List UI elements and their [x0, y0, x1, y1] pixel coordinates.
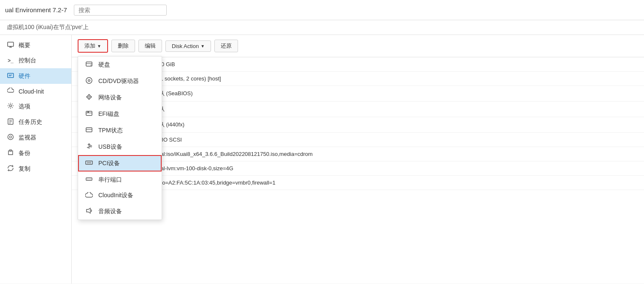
cloudinit-device-icon: [85, 192, 93, 199]
dropdown-label-tpm: TPM状态: [98, 127, 123, 134]
svg-rect-0: [8, 42, 14, 46]
svg-rect-23: [87, 112, 89, 113]
svg-point-30: [87, 147, 88, 148]
sidebar-label-monitor: 监视器: [19, 134, 36, 142]
sidebar-item-backup[interactable]: 备份: [0, 145, 71, 161]
svg-point-39: [90, 179, 91, 180]
sidebar-item-replication[interactable]: 复制: [0, 161, 71, 177]
dropdown-item-serial[interactable]: 串行端口: [78, 171, 162, 188]
content-area: 添加 ▼ 删除 编辑 Disk Action ▼ 还原 4.00 GiB: [72, 35, 644, 284]
dropdown-item-harddisk[interactable]: 硬盘: [78, 56, 162, 73]
dropdown-label-audio: 音频设备: [98, 208, 122, 215]
serial-icon: [85, 175, 93, 184]
svg-rect-33: [87, 162, 88, 164]
sidebar-label-replication: 复制: [19, 165, 30, 173]
svg-rect-24: [86, 128, 92, 132]
dropdown-label-efi: EFI磁盘: [98, 110, 119, 118]
dropdown-label-serial: 串行端口: [98, 176, 122, 184]
sidebar-item-overview[interactable]: 概要: [0, 38, 71, 53]
dropdown-label-pci: PCI设备: [98, 160, 120, 167]
sidebar-item-options[interactable]: 选项: [0, 99, 71, 114]
options-icon: [7, 102, 14, 110]
dropdown-label-cdrom: CD/DVD驱动器: [98, 78, 139, 85]
sidebar-item-cloudinit[interactable]: Cloud-Init: [0, 84, 71, 99]
svg-point-6: [10, 105, 12, 107]
sidebar-label-hardware: 硬件: [19, 72, 30, 80]
dropdown-item-cdrom[interactable]: CD/DVD驱动器: [78, 73, 162, 89]
search-input[interactable]: [74, 5, 167, 16]
dropdown-label-usb: USB设备: [98, 143, 122, 151]
add-dropdown-menu: 硬盘 CD/DVD驱动器 网络设备 EFI磁盘: [78, 56, 162, 220]
cloudinit-sidebar-icon: [7, 88, 14, 95]
pci-icon: [85, 159, 93, 168]
console-icon: >_: [7, 58, 14, 64]
sidebar-label-backup: 备份: [19, 150, 30, 157]
svg-marker-40: [87, 208, 90, 213]
edit-button[interactable]: 编辑: [138, 40, 162, 52]
svg-rect-34: [89, 162, 89, 164]
svg-point-18: [89, 80, 89, 81]
svg-rect-3: [8, 73, 14, 78]
top-bar: ual Environment 7.2-7: [0, 0, 644, 20]
sidebar-label-overview: 概要: [19, 42, 30, 49]
tpm-icon: [85, 126, 93, 135]
dropdown-item-network[interactable]: 网络设备: [78, 89, 162, 106]
svg-rect-35: [90, 162, 91, 164]
breadcrumb: 虚拟机100 (iKuai)在节点'pve'上: [0, 20, 644, 35]
dropdown-label-cloudinit-dev: CloudInit设备: [98, 192, 133, 199]
taskhistory-icon: [7, 118, 14, 126]
svg-point-11: [8, 134, 14, 140]
efi-icon: [85, 110, 93, 118]
dropdown-item-efi[interactable]: EFI磁盘: [78, 106, 162, 122]
backup-icon: [7, 149, 14, 157]
dropdown-item-cloudinit-dev[interactable]: CloudInit设备: [78, 188, 162, 203]
sidebar-item-console[interactable]: >_ 控制台: [0, 53, 71, 68]
disk-action-chevron-icon: ▼: [200, 44, 205, 48]
network-icon: [85, 93, 93, 102]
audio-icon: [85, 207, 93, 216]
svg-rect-28: [90, 145, 92, 147]
svg-point-37: [87, 179, 88, 180]
replication-icon: [7, 165, 14, 173]
svg-point-14: [91, 65, 92, 66]
disk-action-button[interactable]: Disk Action ▼: [165, 40, 211, 52]
sidebar-label-cloudinit: Cloud-Init: [19, 88, 44, 95]
sidebar-label-taskhistory: 任务历史: [19, 118, 42, 126]
svg-point-38: [89, 179, 89, 180]
main-layout: 概要 >_ 控制台 硬件 Cloud-Init 选项: [0, 35, 644, 284]
monitor-icon: [7, 134, 14, 142]
dropdown-item-pci[interactable]: PCI设备: [78, 155, 162, 171]
cdrom-icon: [85, 77, 93, 86]
dropdown-label-harddisk: 硬盘: [98, 61, 110, 69]
usb-icon: [85, 142, 93, 151]
dropdown-item-usb[interactable]: USB设备: [78, 139, 162, 155]
sidebar: 概要 >_ 控制台 硬件 Cloud-Init 选项: [0, 35, 72, 284]
dropdown-item-audio[interactable]: 音频设备: [78, 203, 162, 220]
app-title: ual Environment 7.2-7: [5, 6, 67, 13]
toolbar: 添加 ▼ 删除 编辑 Disk Action ▼ 还原: [72, 35, 644, 57]
delete-button[interactable]: 删除: [111, 40, 135, 52]
overview-icon: [7, 41, 14, 49]
sidebar-label-console: 控制台: [19, 57, 36, 64]
dropdown-label-network: 网络设备: [98, 94, 122, 102]
add-button[interactable]: 添加 ▼: [78, 39, 108, 53]
hardware-icon: [7, 72, 14, 80]
sidebar-item-hardware[interactable]: 硬件: [0, 68, 71, 84]
add-chevron-icon: ▼: [97, 44, 101, 48]
harddisk-icon: [85, 60, 93, 69]
svg-rect-13: [86, 62, 92, 66]
sidebar-item-taskhistory[interactable]: 任务历史: [0, 114, 71, 130]
sidebar-item-monitor[interactable]: 监视器: [0, 130, 71, 145]
dropdown-item-tpm[interactable]: TPM状态: [78, 122, 162, 139]
svg-point-12: [10, 136, 12, 138]
restore-button[interactable]: 还原: [214, 40, 238, 52]
sidebar-label-options: 选项: [19, 103, 30, 110]
